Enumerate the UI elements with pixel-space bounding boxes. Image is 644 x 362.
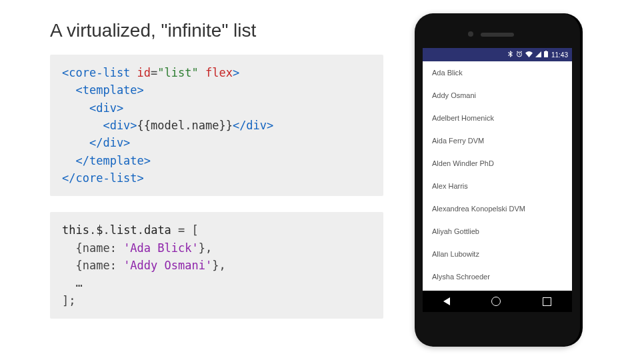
bluetooth-icon <box>508 51 513 59</box>
wifi-icon <box>525 51 533 59</box>
list-item-label: Aida Ferry DVM <box>432 137 484 145</box>
code-text: {name: <box>62 241 123 255</box>
code-attr-val: "list" <box>157 66 198 79</box>
code-block-html: <core-list id="list" flex> <template> <d… <box>50 55 383 196</box>
list-item[interactable]: Alexandrea Konopelski DVM <box>423 197 572 220</box>
list-item[interactable]: Allan Lubowitz <box>423 243 572 265</box>
list-item-label: Alexandrea Konopelski DVM <box>432 205 525 213</box>
code-attr-name: flex <box>205 66 233 79</box>
phone-mockup: 11:43 Ada Blick Addy Osmani Adelbert Hom… <box>415 13 580 347</box>
status-bar: 11:43 <box>423 48 572 61</box>
code-text: … <box>62 276 83 289</box>
code-text: this <box>62 223 89 237</box>
code-tag: <core-list <box>62 66 137 79</box>
status-icons <box>508 51 548 59</box>
list-item[interactable]: Aida Ferry DVM <box>423 129 572 152</box>
slide: A virtualized, "infinite" list <core-lis… <box>0 0 644 362</box>
list-item-label: Aliyah Gottlieb <box>432 227 479 235</box>
list-item[interactable]: Aliyah Gottlieb <box>423 220 572 243</box>
list-item[interactable]: Addy Osmani <box>423 84 572 107</box>
code-tag: <div> <box>62 119 137 132</box>
android-nav-bar <box>423 291 572 312</box>
code-punct: }, <box>212 259 225 272</box>
status-clock: 11:43 <box>551 51 568 59</box>
code-tag: <template> <box>62 83 144 97</box>
alarm-icon <box>516 51 523 59</box>
list-item-label: Allan Lubowitz <box>432 250 479 258</box>
phone-speaker <box>481 33 514 37</box>
code-string: 'Ada Blick' <box>123 241 199 255</box>
list-item[interactable]: Ada Blick <box>423 61 572 84</box>
code-attr-name: id <box>137 66 151 79</box>
svg-rect-1 <box>544 51 548 57</box>
list-item-label: Alden Windler PhD <box>432 159 494 167</box>
list-item-label: Ada Blick <box>432 69 463 77</box>
code-block-js: this.$.list.data = [ {name: 'Ada Blick'}… <box>50 212 383 319</box>
code-tag: <div> <box>62 101 123 115</box>
code-text: $ <box>96 223 103 237</box>
list-item-label: Addy Osmani <box>432 91 476 99</box>
code-text: {name: <box>62 259 123 272</box>
list-item-label: Adelbert Homenick <box>432 114 494 122</box>
list-item[interactable]: Alex Harris <box>423 175 572 197</box>
code-punct: = [ <box>171 223 199 237</box>
code-punct: ]; <box>62 294 75 307</box>
code-punct: . <box>89 223 96 237</box>
code-tag: </template> <box>62 154 151 167</box>
code-tag: </div> <box>62 136 130 149</box>
code-space <box>199 66 205 79</box>
list-item[interactable]: Alysha Schroeder <box>423 265 572 288</box>
code-string: 'Addy Osmani' <box>123 259 212 272</box>
code-punct: }, <box>199 241 212 255</box>
code-tag: </core-list> <box>62 171 144 185</box>
list-item[interactable]: Adelbert Homenick <box>423 107 572 129</box>
left-column: A virtualized, "infinite" list <core-lis… <box>50 20 383 335</box>
code-punct: = <box>151 66 157 79</box>
phone-camera <box>468 31 473 37</box>
battery-icon <box>544 51 548 59</box>
code-tag: > <box>233 66 239 79</box>
list-item[interactable]: Alden Windler PhD <box>423 152 572 175</box>
svg-rect-2 <box>545 51 547 51</box>
phone-screen: 11:43 Ada Blick Addy Osmani Adelbert Hom… <box>423 48 572 312</box>
code-punct: . <box>103 223 109 237</box>
slide-title: A virtualized, "infinite" list <box>50 20 383 41</box>
nav-back-icon[interactable] <box>443 297 450 305</box>
list-item-label: Alex Harris <box>432 182 468 190</box>
code-text: {{model.name}} <box>137 119 233 132</box>
code-tag: </div> <box>233 119 273 132</box>
list-item-label: Alysha Schroeder <box>432 273 490 281</box>
code-text: data <box>144 223 171 237</box>
nav-recent-icon[interactable] <box>543 297 551 306</box>
phone-side-button <box>580 93 582 116</box>
code-punct: . <box>137 223 144 237</box>
nav-home-icon[interactable] <box>491 297 501 306</box>
contact-list[interactable]: Ada Blick Addy Osmani Adelbert Homenick … <box>423 61 572 311</box>
code-text: list <box>110 223 137 237</box>
signal-icon <box>535 51 541 59</box>
